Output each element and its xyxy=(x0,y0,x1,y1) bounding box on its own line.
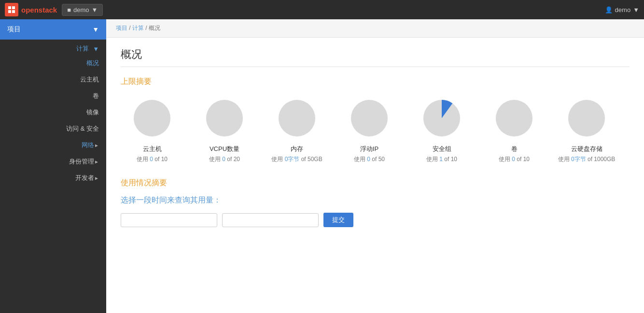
query-section-title: 选择一段时间来查询其用量： xyxy=(121,195,630,205)
navbar-left: openstack ■ demo ▼ xyxy=(5,3,103,16)
usage-summary-title: 使用情况摘要 xyxy=(121,178,630,188)
sidebar-item-instances[interactable]: 云主机 xyxy=(0,71,106,88)
date-row: 提交 xyxy=(121,213,630,227)
quota-chart-6 xyxy=(565,96,608,140)
quota-item-6: 云硬盘存储 使用 0字节 of 1000GB xyxy=(555,96,618,163)
breadcrumb-project[interactable]: 项目 xyxy=(116,25,127,31)
quota-usage-2: 使用 0字节 of 50GB xyxy=(271,155,322,163)
network-label: 网络 xyxy=(7,141,94,150)
sidebar-item-images[interactable]: 镜像 xyxy=(0,104,106,121)
quota-usage-1: 使用 0 of 20 xyxy=(209,155,240,163)
demo-project-dropdown[interactable]: ■ demo ▼ xyxy=(62,4,103,16)
svg-rect-0 xyxy=(8,6,11,9)
quota-chart-0 xyxy=(130,96,174,140)
compute-label: 计算 xyxy=(7,44,89,53)
quota-item-3: 浮动IP 使用 0 of 50 xyxy=(338,96,401,163)
svg-rect-2 xyxy=(8,10,11,13)
quota-label-4: 安全组 xyxy=(433,145,451,153)
brand-icon xyxy=(5,3,18,16)
main-content: 项目 / 计算 / 概况 概况 上限摘要 云主机 使用 0 of 10 VCPU… xyxy=(106,19,644,313)
user-chevron-icon: ▼ xyxy=(633,6,639,14)
page-content: 概况 上限摘要 云主机 使用 0 of 10 VCPU数量 使用 0 of 20… xyxy=(106,38,644,237)
quota-summary-title: 上限摘要 xyxy=(121,77,630,87)
brand-text: openstack xyxy=(21,6,57,14)
sidebar-developer-group[interactable]: 开发者 ► xyxy=(0,170,106,186)
user-icon: 👤 xyxy=(605,6,613,14)
developer-chevron-icon: ► xyxy=(94,176,99,181)
navbar-right: 👤 demo ▼ xyxy=(605,6,639,14)
quota-item-5: 卷 使用 0 of 10 xyxy=(483,96,546,163)
quota-usage-5: 使用 0 of 10 xyxy=(499,155,530,163)
images-label: 镜像 xyxy=(86,109,99,116)
quota-item-2: 内存 使用 0字节 of 50GB xyxy=(266,96,328,163)
quota-item-1: VCPU数量 使用 0 of 20 xyxy=(193,96,256,163)
brand-stack: stack xyxy=(39,6,57,14)
quota-chart-2 xyxy=(275,96,319,140)
network-chevron-icon: ► xyxy=(94,143,99,148)
quota-usage-6: 使用 0字节 of 1000GB xyxy=(558,155,616,163)
sidebar: 项目 ▼ 计算 ▼ 概况 云主机 卷 镜像 访问 & 安全 网络 ► 身份管理 … xyxy=(0,19,106,313)
compute-chevron-icon: ▼ xyxy=(93,45,99,53)
quota-usage-4: 使用 1 of 10 xyxy=(426,155,457,163)
quota-label-2: 内存 xyxy=(291,145,303,153)
main-layout: 项目 ▼ 计算 ▼ 概况 云主机 卷 镜像 访问 & 安全 网络 ► 身份管理 … xyxy=(0,19,644,313)
quota-chart-1 xyxy=(203,96,246,140)
breadcrumb-compute[interactable]: 计算 xyxy=(132,25,144,31)
identity-chevron-icon: ► xyxy=(94,159,99,164)
svg-point-9 xyxy=(496,100,532,136)
quota-chart-3 xyxy=(348,96,391,140)
sidebar-network-group[interactable]: 网络 ► xyxy=(0,137,106,153)
top-navbar: openstack ■ demo ▼ 👤 demo ▼ xyxy=(0,0,644,19)
quota-grid: 云主机 使用 0 of 10 VCPU数量 使用 0 of 20 内存 使用 0… xyxy=(121,96,630,163)
quota-label-3: 浮动IP xyxy=(360,145,378,153)
svg-point-5 xyxy=(206,100,243,136)
svg-point-6 xyxy=(279,100,315,136)
quota-item-0: 云主机 使用 0 of 10 xyxy=(121,96,183,163)
sidebar-compute-group[interactable]: 计算 ▼ xyxy=(0,40,106,55)
project-chevron-icon: ▼ xyxy=(92,26,99,33)
demo-dropdown-icon: ■ xyxy=(67,6,71,14)
quota-label-5: 卷 xyxy=(511,145,518,153)
breadcrumb-sep1: / xyxy=(129,25,132,31)
project-label: 项目 xyxy=(7,25,21,34)
quota-item-4: 安全组 使用 1 of 10 xyxy=(410,96,473,163)
breadcrumb: 项目 / 计算 / 概况 xyxy=(106,19,644,38)
access-security-label: 访问 & 安全 xyxy=(66,125,99,132)
page-title: 概况 xyxy=(121,47,630,67)
breadcrumb-overview: 概况 xyxy=(149,25,160,31)
demo-dropdown-label: demo xyxy=(73,6,89,14)
brand-open: open xyxy=(21,6,39,14)
volumes-label: 卷 xyxy=(93,92,99,99)
sidebar-item-volumes[interactable]: 卷 xyxy=(0,88,106,104)
brand: openstack xyxy=(5,3,57,16)
svg-point-10 xyxy=(568,100,605,136)
identity-label: 身份管理 xyxy=(7,157,94,166)
quota-label-1: VCPU数量 xyxy=(210,145,239,153)
date-to-input[interactable] xyxy=(222,213,319,227)
date-from-input[interactable] xyxy=(121,213,217,227)
dropdown-chevron-icon: ▼ xyxy=(92,6,98,14)
developer-label: 开发者 xyxy=(7,174,94,182)
query-submit-button[interactable]: 提交 xyxy=(323,213,353,227)
sidebar-project[interactable]: 项目 ▼ xyxy=(0,19,106,40)
user-label: demo xyxy=(615,6,631,14)
user-dropdown[interactable]: 👤 demo ▼ xyxy=(605,6,639,14)
quota-label-6: 云硬盘存储 xyxy=(571,145,602,153)
svg-point-4 xyxy=(134,100,170,136)
quota-label-0: 云主机 xyxy=(143,145,162,153)
svg-point-7 xyxy=(351,100,388,136)
sidebar-item-overview[interactable]: 概况 xyxy=(0,55,106,71)
svg-rect-3 xyxy=(12,10,15,13)
instances-label: 云主机 xyxy=(80,76,99,83)
sidebar-identity-group[interactable]: 身份管理 ► xyxy=(0,153,106,170)
quota-chart-5 xyxy=(492,96,536,140)
overview-label: 概况 xyxy=(86,59,99,67)
sidebar-item-access-security[interactable]: 访问 & 安全 xyxy=(0,121,106,137)
quota-usage-0: 使用 0 of 10 xyxy=(137,155,168,163)
svg-rect-1 xyxy=(12,6,15,9)
quota-usage-3: 使用 0 of 50 xyxy=(354,155,385,163)
quota-chart-4 xyxy=(420,96,463,140)
